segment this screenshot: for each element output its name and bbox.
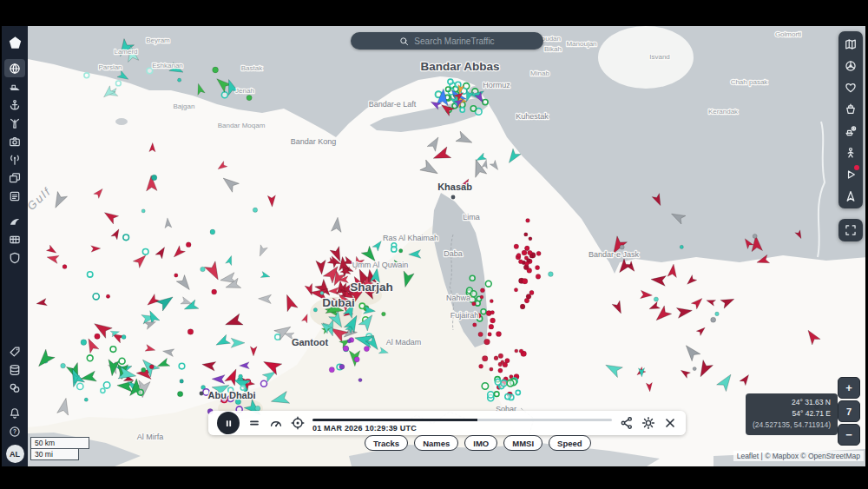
vessel-marker[interactable] <box>178 78 181 82</box>
toggle-speed[interactable]: Speed <box>549 435 591 451</box>
vessel-marker[interactable] <box>711 317 716 322</box>
nearby-vessels-button[interactable] <box>841 187 860 205</box>
sidebar-item-vessels[interactable] <box>4 77 25 96</box>
vessel-marker[interactable] <box>516 254 521 258</box>
vessel-marker[interactable] <box>354 357 359 362</box>
sidebar-item-ports[interactable] <box>4 96 25 114</box>
vessel-marker[interactable] <box>488 392 494 398</box>
speedometer-button[interactable] <box>269 416 283 430</box>
vessel-marker[interactable] <box>527 268 532 274</box>
vessel-marker[interactable] <box>358 379 362 382</box>
settings-button[interactable] <box>641 416 655 430</box>
sidebar-item-voyage-tools[interactable] <box>4 212 25 230</box>
vessel-marker[interactable] <box>88 272 93 277</box>
vessel-marker[interactable] <box>470 106 476 111</box>
vessel-marker[interactable] <box>61 363 66 368</box>
vessel-marker[interactable] <box>119 358 125 364</box>
vessel-marker[interactable] <box>496 331 501 336</box>
vessel-marker[interactable] <box>525 246 529 250</box>
vessel-marker[interactable] <box>480 295 483 299</box>
sidebar-item-notifications[interactable] <box>4 404 25 422</box>
vessel-marker[interactable] <box>524 261 529 266</box>
vessel-marker[interactable] <box>151 175 156 180</box>
zoom-out-button[interactable]: − <box>838 424 860 446</box>
vessel-marker[interactable] <box>470 275 475 281</box>
toggle-imo[interactable]: IMO <box>464 435 497 451</box>
vessel-marker[interactable] <box>84 398 88 401</box>
vessel-marker[interactable] <box>483 100 488 105</box>
vessel-marker[interactable] <box>186 242 191 248</box>
vessel-marker[interactable] <box>179 363 185 369</box>
vessel-marker[interactable] <box>116 81 122 86</box>
vessel-marker[interactable] <box>149 365 154 369</box>
vessel-marker[interactable] <box>516 390 520 394</box>
sidebar-item-news[interactable] <box>4 187 25 205</box>
vessel-marker[interactable] <box>524 233 528 236</box>
vessel-marker[interactable] <box>520 304 525 309</box>
sidebar-item-gallery[interactable] <box>4 169 25 187</box>
sidebar-item-explore-map[interactable] <box>4 59 25 77</box>
vessel-marker[interactable] <box>103 382 109 388</box>
vessel-marker[interactable] <box>507 380 514 387</box>
vessel-marker[interactable] <box>498 354 503 359</box>
vessel-marker[interactable] <box>523 279 528 284</box>
vessel-marker[interactable] <box>81 340 87 346</box>
vessel-marker[interactable] <box>481 309 486 314</box>
sidebar-item-protection[interactable] <box>4 248 25 267</box>
vessel-marker[interactable] <box>320 291 324 294</box>
vessel-marker[interactable] <box>482 383 488 389</box>
vessel-marker[interactable] <box>239 374 243 379</box>
toggle-tracks[interactable]: Tracks <box>365 435 408 451</box>
vessel-marker[interactable] <box>313 308 317 312</box>
close-playback-button[interactable] <box>663 416 677 430</box>
vessel-marker[interactable] <box>339 364 345 369</box>
vessel-marker[interactable] <box>93 294 99 300</box>
vessel-marker[interactable] <box>446 87 450 91</box>
vessel-marker[interactable] <box>275 334 280 340</box>
map-layers-button[interactable] <box>841 35 860 53</box>
vessel-marker[interactable] <box>213 67 219 73</box>
vessel-marker[interactable] <box>480 288 484 293</box>
route-planner-button[interactable] <box>841 143 860 162</box>
vessel-marker[interactable] <box>620 245 624 249</box>
voyage-playback-button[interactable] <box>841 165 860 183</box>
vessel-marker[interactable] <box>494 356 498 360</box>
toggle-names[interactable]: Names <box>414 435 458 451</box>
vessel-marker[interactable] <box>505 394 510 400</box>
vessel-marker[interactable] <box>524 298 529 303</box>
vessel-marker[interactable] <box>515 349 518 353</box>
vessel-marker[interactable] <box>448 79 453 84</box>
fullscreen-button[interactable] <box>838 219 863 241</box>
sidebar-item-datasets[interactable] <box>4 360 25 379</box>
vessel-marker[interactable] <box>470 291 477 297</box>
vessel-marker[interactable] <box>478 332 483 336</box>
vessel-marker[interactable] <box>141 209 145 213</box>
vessel-marker[interactable] <box>399 249 403 253</box>
search-bar[interactable]: Search MarineTraffic <box>351 32 543 50</box>
vessel-marker[interactable] <box>484 339 490 345</box>
vessel-marker[interactable] <box>201 267 206 272</box>
vessel-marker[interactable] <box>490 318 496 323</box>
sidebar-item-stations[interactable] <box>4 114 25 132</box>
vessel-marker[interactable] <box>536 266 540 270</box>
sidebar-item-photos[interactable] <box>4 132 25 150</box>
vessel-marker[interactable] <box>141 367 146 372</box>
vessel-marker[interactable] <box>62 265 67 269</box>
vessel-marker[interactable] <box>488 333 492 337</box>
vessel-marker[interactable] <box>536 274 541 280</box>
favorites-button[interactable] <box>841 78 860 96</box>
vessel-marker[interactable] <box>654 297 658 301</box>
vessel-marker[interactable] <box>84 73 89 78</box>
vessel-marker[interactable] <box>514 288 517 292</box>
vessel-marker[interactable] <box>329 367 334 373</box>
vessel-marker[interactable] <box>106 294 109 298</box>
playback-speed-button[interactable] <box>247 416 261 430</box>
vessel-marker[interactable] <box>529 237 532 241</box>
vessel-marker[interactable] <box>495 379 501 385</box>
vessel-marker[interactable] <box>177 391 182 396</box>
vessel-marker[interactable] <box>180 380 184 384</box>
vessel-marker[interactable] <box>549 272 554 277</box>
vessel-marker[interactable] <box>212 289 217 294</box>
vessel-marker[interactable] <box>490 300 493 303</box>
vessel-marker[interactable] <box>529 254 533 258</box>
